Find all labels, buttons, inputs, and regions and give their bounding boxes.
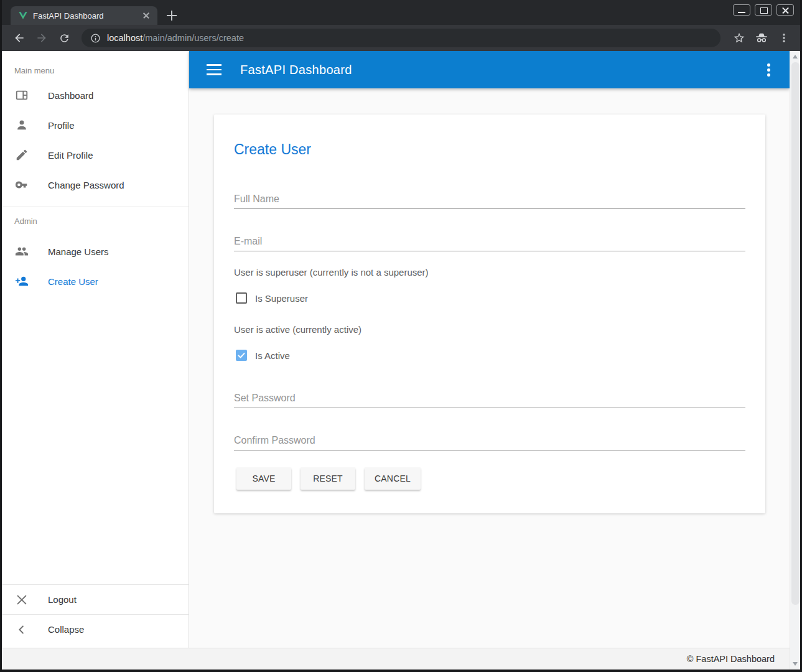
sidebar-item-label: Profile xyxy=(48,120,75,131)
tab-strip: FastAPI Dashboard xyxy=(2,0,800,25)
sidebar-item-change-password[interactable]: Change Password xyxy=(2,170,189,200)
people-icon xyxy=(15,245,29,258)
is-active-checkbox-row[interactable]: Is Active xyxy=(236,350,290,361)
sidebar-divider xyxy=(2,207,189,207)
forward-button[interactable] xyxy=(32,28,52,48)
set-password-input[interactable] xyxy=(234,388,745,408)
cancel-button[interactable]: CANCEL xyxy=(365,467,421,490)
chevron-left-icon xyxy=(15,623,29,637)
sidebar-item-label: Manage Users xyxy=(48,246,109,257)
window-controls xyxy=(733,4,794,16)
set-password-field-wrap xyxy=(234,388,745,409)
scroll-down-arrow-icon[interactable] xyxy=(790,659,800,669)
is-active-label: Is Active xyxy=(255,350,290,361)
sidebar-item-label: Dashboard xyxy=(48,90,93,101)
active-hint: User is active (currently active) xyxy=(234,324,361,335)
create-user-card: Create User User is superuser (currently… xyxy=(214,114,765,513)
is-superuser-label: Is Superuser xyxy=(255,293,308,304)
sidebar-item-create-user[interactable]: Create User xyxy=(2,266,189,296)
browser-tab[interactable]: FastAPI Dashboard xyxy=(11,6,157,25)
dashboard-icon xyxy=(15,88,29,102)
is-superuser-checkbox-row[interactable]: Is Superuser xyxy=(236,292,308,304)
sidebar-item-dashboard[interactable]: Dashboard xyxy=(2,80,189,110)
sidebar-item-label: Edit Profile xyxy=(48,150,93,161)
page-title: Create User xyxy=(234,141,311,158)
scrollbar-thumb[interactable] xyxy=(791,62,800,605)
pencil-icon xyxy=(15,148,29,162)
app-title: FastAPI Dashboard xyxy=(240,63,761,77)
browser-toolbar: localhost/main/admin/users/create xyxy=(2,25,800,51)
page-content: Main menu Dashboard Profile Edit Profile… xyxy=(2,51,800,670)
browser-window: FastAPI Dashboard localhost/main/admin/u… xyxy=(0,0,802,672)
sidebar-item-label: Create User xyxy=(48,276,98,287)
sidebar: Main menu Dashboard Profile Edit Profile… xyxy=(2,51,189,648)
checkbox-unchecked-icon[interactable] xyxy=(236,292,247,304)
footer-copyright: © FastAPI Dashboard xyxy=(687,654,775,664)
sidebar-section-admin: Admin xyxy=(14,217,189,226)
sidebar-item-edit-profile[interactable]: Edit Profile xyxy=(2,140,189,170)
window-maximize-button[interactable] xyxy=(755,4,772,16)
reset-button[interactable]: RESET xyxy=(301,467,355,490)
window-minimize-button[interactable] xyxy=(733,4,750,16)
vertical-scrollbar[interactable] xyxy=(790,51,800,670)
sidebar-section-main: Main menu xyxy=(14,66,189,75)
page-footer: © FastAPI Dashboard xyxy=(2,648,790,670)
sidebar-item-label: Logout xyxy=(48,594,77,605)
reload-icon xyxy=(58,32,70,44)
window-close-button[interactable] xyxy=(776,4,794,16)
key-icon xyxy=(15,178,29,192)
sidebar-bottom: Logout Collapse xyxy=(2,574,189,644)
hamburger-menu-icon[interactable] xyxy=(207,64,221,75)
save-button[interactable]: SAVE xyxy=(236,467,291,490)
close-x-icon xyxy=(15,593,29,607)
sidebar-item-profile[interactable]: Profile xyxy=(2,110,189,140)
sidebar-item-manage-users[interactable]: Manage Users xyxy=(2,236,189,266)
back-button[interactable] xyxy=(9,28,29,48)
sidebar-item-collapse[interactable]: Collapse xyxy=(2,614,189,644)
site-info-icon[interactable] xyxy=(90,33,101,44)
url-text: localhost/main/admin/users/create xyxy=(107,33,244,43)
address-bar[interactable]: localhost/main/admin/users/create xyxy=(82,29,720,47)
appbar-menu-button[interactable] xyxy=(761,62,776,77)
person-add-icon xyxy=(15,274,29,288)
sidebar-item-label: Collapse xyxy=(48,624,84,635)
superuser-hint: User is superuser (currently is not a su… xyxy=(234,267,429,278)
sidebar-item-logout[interactable]: Logout xyxy=(2,584,189,614)
forward-arrow-icon xyxy=(35,32,48,44)
reload-button[interactable] xyxy=(54,28,74,48)
tab-title: FastAPI Dashboard xyxy=(33,11,136,21)
email-input[interactable] xyxy=(234,231,745,251)
sidebar-item-label: Change Password xyxy=(48,180,124,190)
checkbox-checked-icon[interactable] xyxy=(236,350,247,361)
full-name-field-wrap xyxy=(234,189,745,210)
full-name-input[interactable] xyxy=(234,189,745,209)
confirm-password-field-wrap xyxy=(234,431,745,452)
url-path: /main/admin/users/create xyxy=(142,33,244,43)
person-icon xyxy=(15,118,29,132)
app-bar: FastAPI Dashboard xyxy=(189,51,790,88)
scroll-up-arrow-icon[interactable] xyxy=(790,52,800,62)
browser-menu-button[interactable] xyxy=(774,28,794,48)
vue-favicon-icon xyxy=(18,11,28,21)
bookmark-button[interactable] xyxy=(729,28,749,48)
new-tab-button[interactable] xyxy=(165,9,179,22)
form-buttons: SAVE RESET CANCEL xyxy=(236,467,421,490)
incognito-icon xyxy=(755,31,768,45)
email-field-wrap xyxy=(234,231,745,253)
back-arrow-icon xyxy=(13,32,26,44)
star-icon xyxy=(733,32,745,44)
incognito-indicator xyxy=(752,28,772,48)
kebab-menu-icon xyxy=(778,32,790,44)
url-host: localhost xyxy=(107,33,142,43)
tab-close-icon[interactable] xyxy=(141,11,151,21)
confirm-password-input[interactable] xyxy=(234,431,745,450)
